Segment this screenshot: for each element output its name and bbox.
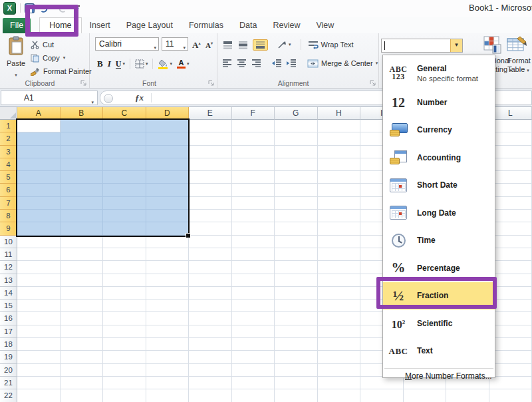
row-header-5[interactable]: 5 <box>0 171 17 184</box>
cell-F18[interactable] <box>232 338 275 351</box>
column-header-l[interactable]: L <box>489 107 532 120</box>
cell-H22[interactable] <box>318 389 361 402</box>
cell-E7[interactable] <box>189 197 232 210</box>
row-header-8[interactable]: 8 <box>0 210 17 222</box>
grow-font-button[interactable]: A▴ <box>192 39 200 50</box>
cell-B21[interactable] <box>61 377 104 389</box>
cell-F9[interactable] <box>232 222 275 235</box>
cell-D16[interactable] <box>146 312 190 325</box>
italic-button[interactable]: I <box>108 59 111 69</box>
cell-B12[interactable] <box>61 261 104 274</box>
cell-D9[interactable] <box>146 222 190 235</box>
cell-H10[interactable] <box>318 236 361 248</box>
cell-H3[interactable] <box>318 146 361 158</box>
cell-D14[interactable] <box>146 287 190 300</box>
row-header-14[interactable]: 14 <box>0 287 17 300</box>
cell-H9[interactable] <box>318 222 361 235</box>
cell-B9[interactable] <box>61 222 104 235</box>
cell-A21[interactable] <box>17 377 61 389</box>
cell-E9[interactable] <box>189 222 232 235</box>
align-top-icon[interactable] <box>222 41 233 49</box>
undo-icon[interactable]: ▾ <box>39 4 53 13</box>
cell-B7[interactable] <box>61 197 104 210</box>
cell-L9[interactable] <box>489 222 532 235</box>
cell-L17[interactable] <box>489 325 532 338</box>
cell-F22[interactable] <box>232 389 275 402</box>
number-format-dropdown-arrow-icon[interactable]: ▼ <box>450 39 462 52</box>
cell-C12[interactable] <box>103 261 146 274</box>
cell-L19[interactable] <box>489 351 532 363</box>
format-menu-item-text[interactable]: ABCText <box>383 337 495 365</box>
cell-D1[interactable] <box>146 120 190 132</box>
cell-E3[interactable] <box>189 146 232 158</box>
cell-B19[interactable] <box>61 351 104 363</box>
cell-I22[interactable] <box>360 389 404 402</box>
cell-H17[interactable] <box>318 325 361 338</box>
borders-button[interactable]: ▾ <box>135 59 148 69</box>
cell-C9[interactable] <box>103 222 146 235</box>
format-menu-item-short-date[interactable]: Short Date <box>383 172 495 200</box>
cell-E4[interactable] <box>189 158 232 171</box>
shrink-font-button[interactable]: A▾ <box>205 39 213 50</box>
cell-H8[interactable] <box>318 210 361 222</box>
cell-C14[interactable] <box>103 287 146 300</box>
cell-L21[interactable] <box>489 377 532 389</box>
cell-A15[interactable] <box>17 300 61 312</box>
cell-H19[interactable] <box>318 351 361 363</box>
cell-L10[interactable] <box>489 236 532 248</box>
select-all-corner[interactable] <box>0 107 17 120</box>
cell-A2[interactable] <box>17 132 61 145</box>
row-header-11[interactable]: 11 <box>0 248 17 261</box>
row-header-15[interactable]: 15 <box>0 300 17 312</box>
cell-G18[interactable] <box>275 338 318 351</box>
column-header-f[interactable]: F <box>232 107 275 120</box>
cell-B2[interactable] <box>61 132 104 145</box>
cell-D3[interactable] <box>146 146 190 158</box>
cell-D15[interactable] <box>146 300 190 312</box>
align-bottom-icon[interactable] <box>253 39 268 51</box>
cell-C11[interactable] <box>103 248 146 261</box>
cell-A6[interactable] <box>17 184 61 196</box>
cell-E11[interactable] <box>189 248 232 261</box>
cell-A9[interactable] <box>17 222 61 235</box>
chevron-down-icon[interactable]: ▾ <box>376 61 378 66</box>
cell-B6[interactable] <box>61 184 104 196</box>
cell-L11[interactable] <box>489 248 532 261</box>
paste-button[interactable]: Paste ▾ <box>3 36 29 80</box>
cell-G17[interactable] <box>275 325 318 338</box>
format-menu-item-general[interactable]: ABC123GeneralNo specific format <box>383 58 495 89</box>
cell-C17[interactable] <box>103 325 146 338</box>
cell-F5[interactable] <box>232 171 275 184</box>
cell-E16[interactable] <box>189 312 232 325</box>
cell-G15[interactable] <box>275 300 318 312</box>
cell-E19[interactable] <box>189 351 232 363</box>
cell-H12[interactable] <box>318 261 361 274</box>
cell-E17[interactable] <box>189 325 232 338</box>
cell-F21[interactable] <box>232 377 275 389</box>
cell-B17[interactable] <box>61 325 104 338</box>
fill-color-button[interactable]: ▾ <box>158 59 172 69</box>
format-menu-item-accounting[interactable]: Accounting <box>383 144 495 172</box>
cell-A16[interactable] <box>17 312 61 325</box>
cell-L16[interactable] <box>489 312 532 325</box>
cell-F1[interactable] <box>232 120 275 132</box>
cell-F14[interactable] <box>232 287 275 300</box>
active-cell-a1[interactable] <box>17 120 61 132</box>
cell-L15[interactable] <box>489 300 532 312</box>
cell-G16[interactable] <box>275 312 318 325</box>
cell-A19[interactable] <box>17 351 61 363</box>
cell-D5[interactable] <box>146 171 190 184</box>
cell-A22[interactable] <box>17 389 61 402</box>
column-header-a[interactable]: A <box>17 107 61 120</box>
cell-G2[interactable] <box>275 132 318 145</box>
cell-A14[interactable] <box>17 287 61 300</box>
row-header-16[interactable]: 16 <box>0 312 17 325</box>
row-header-20[interactable]: 20 <box>0 364 17 377</box>
cell-C8[interactable] <box>103 210 146 222</box>
cell-L22[interactable] <box>489 389 532 402</box>
cell-A4[interactable] <box>17 158 61 171</box>
cell-L20[interactable] <box>489 364 532 377</box>
cell-G19[interactable] <box>275 351 318 363</box>
cell-D6[interactable] <box>146 184 190 196</box>
cell-C2[interactable] <box>103 132 146 145</box>
